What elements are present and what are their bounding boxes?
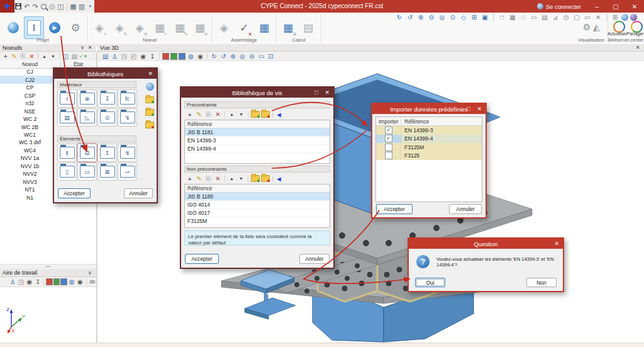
zoom-out-icon[interactable]: ⊖ (427, 13, 436, 21)
assembly-button[interactable]: ◈ (214, 16, 234, 39)
importer-row[interactable]: F3125M (376, 143, 482, 152)
vis-cancel-button[interactable]: Annuler (299, 254, 330, 264)
question-titlebar[interactable]: Question ✕ (409, 239, 563, 249)
bibliotheques-close-icon[interactable]: ✕ (148, 69, 153, 79)
zoom-in-icon[interactable]: ⊕ (416, 13, 425, 21)
pre-copy-button[interactable]: ⎘ (204, 111, 213, 118)
importer-row[interactable]: F3125 (376, 152, 482, 161)
pre-row[interactable]: EN 14399-4 (185, 145, 330, 153)
aire-green-plane-icon[interactable] (53, 278, 60, 285)
pre-delete-button[interactable]: ✕ (214, 111, 222, 118)
light-icon[interactable]: ◭ (593, 22, 600, 32)
export-icon[interactable]: ▥ (78, 1, 86, 11)
cube-icon[interactable]: ◳ (120, 52, 128, 60)
noeuds-panel-header[interactable]: Noeuds ∨ ✕ (0, 44, 96, 52)
orbit-icon[interactable]: ↻ (395, 13, 404, 21)
bolt-material-library-button[interactable]: ⊕ (77, 89, 97, 108)
app-menu-button[interactable] (0, 0, 14, 13)
close-button[interactable]: ✕ (625, 0, 644, 13)
aire-anchor-icon[interactable]: ↧ (34, 278, 42, 286)
edit-node-list-button[interactable]: ✎ (10, 52, 18, 60)
sphere-icon[interactable]: ◍ (187, 52, 195, 60)
calc-report-button[interactable]: ▤ (298, 16, 318, 39)
bolts-library-button[interactable]: ⊟ (77, 144, 97, 162)
vis-accept-button[interactable]: Accepter (185, 254, 219, 264)
pre-add-button[interactable]: ＋ (186, 111, 194, 118)
aire-cube-icon[interactable]: ◳ (17, 278, 25, 286)
non-down-button[interactable]: ▼ (237, 175, 245, 183)
orbit-view-icon[interactable]: ↻ (210, 52, 218, 60)
column-noeud[interactable]: Noeud (0, 60, 60, 68)
config-icon[interactable]: ▦ (69, 1, 77, 11)
plate-material-library-button[interactable]: ▤ (57, 108, 77, 127)
ruler-icon[interactable]: ▭ (530, 13, 538, 21)
checkbox[interactable] (385, 127, 392, 134)
snap-toggle-icon[interactable]: ∷ (519, 13, 528, 21)
globe-blue-icon[interactable] (621, 14, 628, 21)
anchors-library-button[interactable]: ↥ (97, 144, 117, 162)
checkbox[interactable] (385, 135, 392, 142)
account-button[interactable]: Se connecter (537, 0, 581, 13)
customize-caret-icon[interactable]: ▼ (86, 1, 94, 11)
vis-close-icon[interactable]: ✕ (325, 88, 330, 98)
importer-cancel-button[interactable]: Annuler (449, 204, 482, 214)
anchor-material-library-button[interactable]: ↧ (97, 89, 117, 108)
zoom-fit-view-icon[interactable]: ◎ (238, 52, 247, 60)
add-node-button[interactable]: ◈＋ (89, 16, 109, 39)
online-library-icon[interactable] (146, 82, 154, 91)
aire-panel-header[interactable]: Aire de travail ∨ (0, 269, 96, 277)
pan-view-icon[interactable]: ▭ (257, 52, 265, 60)
sheet-icon[interactable]: ▢ (572, 13, 581, 21)
column-importer[interactable]: Importer (376, 118, 401, 125)
vue3d-close-icon[interactable]: ✕ (634, 45, 641, 50)
aire-red-plane-icon[interactable] (46, 278, 53, 285)
layers-icon[interactable]: ▤ (540, 13, 549, 21)
anchor-icon[interactable]: ↧ (148, 52, 157, 60)
importer-titlebar[interactable]: Importer données prédéfinies □ ✕ (372, 104, 486, 114)
import-nodes-button[interactable]: ◫ (62, 52, 70, 60)
non-add-button[interactable]: ＋ (186, 175, 194, 183)
calculate-button[interactable]: ▦≡ (278, 16, 298, 39)
capture-icon[interactable]: ◫ (57, 1, 64, 11)
folder-import-icon[interactable] (145, 109, 154, 116)
screws-library-button[interactable]: ⊸ (118, 162, 137, 181)
move-up-button[interactable]: ▲ (40, 52, 48, 60)
fullscreen-icon[interactable]: ▣ (480, 13, 489, 21)
aire-person-icon[interactable]: ♙ (9, 278, 16, 286)
3d-model-view[interactable] (96, 60, 644, 343)
profiles-library-button[interactable]: I (57, 144, 77, 162)
non-up-button[interactable]: ▲ (228, 175, 236, 183)
add-node-list-button[interactable]: ＋ (1, 52, 9, 60)
comment-icon[interactable]: ▭ (583, 13, 592, 21)
export-sheet-icon[interactable]: ▤ (101, 52, 109, 60)
checkbox[interactable] (385, 152, 392, 159)
tools-icon[interactable]: ✕ (594, 13, 602, 21)
non-row[interactable]: ISO 4017 (185, 209, 330, 217)
center-view-icon[interactable]: ⊞ (470, 13, 479, 21)
copy-node-list-button[interactable]: ⎘ (19, 52, 27, 60)
pre-edit-button[interactable]: ✎ (195, 111, 203, 118)
pre-import-predef-button[interactable]: ◄ (275, 111, 282, 118)
folder-local-icon[interactable] (145, 96, 154, 103)
aire-sphere-icon[interactable]: ◍ (68, 278, 75, 286)
bibliotheques-titlebar[interactable]: Bibliothèques ✕ (54, 69, 157, 79)
edit-node-button[interactable]: ◈✎ (109, 16, 130, 39)
minimize-button[interactable]: – (587, 0, 606, 13)
pre-row-selected[interactable]: JIS B 1181 (185, 128, 330, 137)
pre-folder-import-button[interactable] (261, 111, 270, 118)
importer-accept-button[interactable]: Accepter (376, 204, 413, 214)
delete-node-button[interactable]: ◈✕ (130, 16, 150, 39)
importer-row[interactable]: EN 14399-3 (376, 126, 482, 135)
aire-3d-icon[interactable]: 3D (89, 278, 96, 286)
play-tutorial-button[interactable]: ▶ (45, 16, 65, 39)
non-row-selected[interactable]: JIS B 1180 (185, 193, 330, 201)
plates-library-button[interactable]: ▯ (57, 162, 77, 181)
move-down-button[interactable]: ▼ (49, 52, 57, 60)
question-close-icon[interactable]: ✕ (554, 239, 559, 249)
bibliotheques-cancel-button[interactable]: Annuler (124, 188, 153, 198)
vis-maximize-icon[interactable]: □ (315, 88, 318, 98)
save-icon[interactable] (14, 1, 22, 11)
grid-toggle-icon[interactable]: ▦ (508, 13, 517, 21)
export-nodes-button[interactable]: ▤ (70, 52, 79, 60)
node-grid-delete-button[interactable]: ▦✕ (190, 16, 210, 39)
